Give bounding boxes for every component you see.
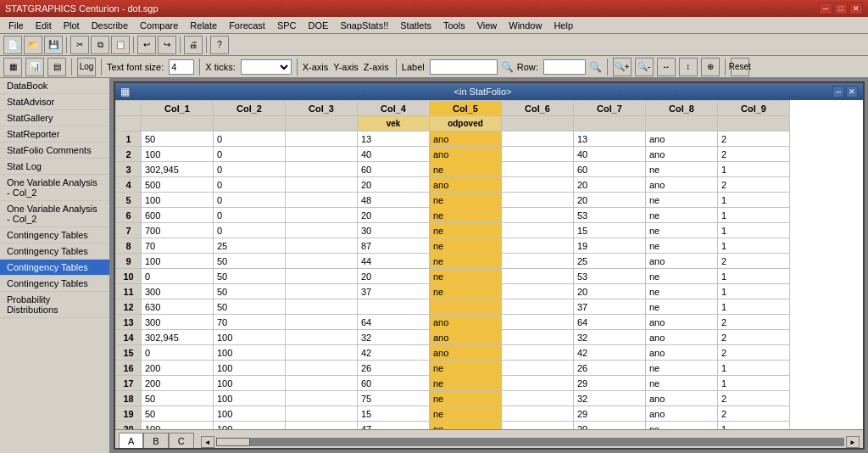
table-row: 3302,945060ne60ne1: [116, 162, 790, 177]
cut-button[interactable]: ✂: [70, 36, 89, 54]
cell-row10-col6: [502, 269, 574, 284]
h-scrollbar[interactable]: ◄ ►: [194, 436, 860, 448]
inner-window-title: <in StatFolio>: [133, 87, 832, 97]
cell-row13-col1: 300: [142, 315, 214, 330]
sep-t2-2: [101, 59, 102, 76]
cell-row18-col4: 75: [358, 391, 430, 406]
inner-minimize-btn[interactable]: ─: [832, 86, 844, 98]
cell-row5-col4: 48: [358, 193, 430, 208]
new-button[interactable]: 📄: [3, 36, 22, 54]
col-header-4: Col_4: [358, 101, 430, 116]
nav-ova-1[interactable]: One Variable Analysis - Col_2: [0, 175, 109, 201]
tab-a[interactable]: A: [119, 433, 143, 448]
cell-row20-col2: 100: [214, 422, 286, 430]
menu-doe[interactable]: DOE: [303, 19, 334, 32]
label-input[interactable]: [430, 59, 498, 75]
nav-contingency-1[interactable]: Contingency Tables: [0, 227, 109, 243]
grid-button[interactable]: ▦: [3, 58, 22, 76]
scroll-left-btn[interactable]: ◄: [201, 436, 214, 448]
sub-header-5: odpoved: [430, 116, 502, 131]
reset-btn[interactable]: Reset: [731, 58, 749, 76]
save-button[interactable]: 💾: [44, 36, 63, 54]
menu-compare[interactable]: Compare: [135, 19, 183, 32]
cell-row15-col7: 42: [574, 345, 646, 361]
menu-describe[interactable]: Describe: [86, 19, 133, 32]
cell-row14-col6: [502, 330, 574, 345]
cell-row18-col5: ne: [430, 391, 502, 406]
cell-row2-col2: 0: [214, 147, 286, 162]
cell-row18-col3: [286, 391, 358, 406]
x-ticks-select[interactable]: [241, 59, 292, 75]
maximize-button[interactable]: □: [834, 3, 848, 14]
nav-statfolio-comments[interactable]: StatFolio Comments: [0, 143, 109, 159]
print-button[interactable]: 🖨: [184, 36, 203, 54]
cell-row9-col6: [502, 254, 574, 269]
undo-button[interactable]: ↩: [137, 36, 156, 54]
nav-statlog[interactable]: Stat Log: [0, 159, 109, 175]
minimize-button[interactable]: ─: [819, 3, 832, 14]
zoom-out-btn[interactable]: 🔍-: [635, 58, 654, 76]
menu-relate[interactable]: Relate: [185, 19, 222, 32]
table-button[interactable]: ▤: [47, 58, 66, 76]
cell-row9-col4: 44: [358, 254, 430, 269]
chart-button[interactable]: 📊: [25, 58, 44, 76]
zoom-height-btn[interactable]: ↕: [679, 58, 698, 76]
inner-close-btn[interactable]: ✕: [846, 86, 858, 98]
menu-forecast[interactable]: Forecast: [224, 19, 270, 32]
menu-plot[interactable]: Plot: [58, 19, 85, 32]
zoom-fit-btn[interactable]: ⊕: [701, 58, 720, 76]
menu-spc[interactable]: SPC: [272, 19, 302, 32]
menu-help[interactable]: Help: [548, 19, 578, 32]
cell-row4-col7: 20: [574, 177, 646, 193]
data-grid[interactable]: Col_1 Col_2 Col_3 Col_4 Col_5 Col_6 Col_…: [115, 100, 863, 429]
sep-t2-3: [199, 59, 200, 76]
nav-ova-2[interactable]: One Variable Analysis - Col_2: [0, 201, 109, 227]
menu-snapstats[interactable]: SnapStats!!: [335, 19, 393, 32]
app-title: STATGRAPHICS Centurion - dot.sgp: [5, 3, 159, 14]
scroll-thumb[interactable]: [216, 438, 250, 446]
sub-row-header: [116, 116, 142, 131]
font-size-input[interactable]: [169, 59, 194, 75]
nav-statgallery[interactable]: StatGallery: [0, 110, 109, 126]
scroll-track[interactable]: [216, 438, 844, 446]
menu-view[interactable]: View: [472, 19, 503, 32]
log-button[interactable]: Log: [77, 58, 96, 76]
cell-row3-col2: 0: [214, 162, 286, 177]
cell-row14-col4: 32: [358, 330, 430, 345]
zoom-width-btn[interactable]: ↔: [657, 58, 676, 76]
open-button[interactable]: 📂: [24, 36, 42, 54]
menu-file[interactable]: File: [3, 19, 29, 32]
cell-row5-col7: 20: [574, 193, 646, 208]
cell-row12-col9: 1: [718, 299, 790, 315]
nav-statadvisor[interactable]: StatAdvisor: [0, 94, 109, 110]
table-row: 15010042ano42ano2: [116, 345, 790, 361]
tab-b[interactable]: B: [143, 433, 168, 448]
tab-c[interactable]: C: [169, 433, 194, 448]
table-row: 91005044ne25ano2: [116, 254, 790, 269]
cell-row6-col8: ne: [646, 208, 718, 223]
nav-contingency-4[interactable]: Contingency Tables: [0, 276, 109, 292]
nav-probability[interactable]: Probability Distributions: [0, 292, 109, 318]
cell-row7-col8: ne: [646, 223, 718, 238]
menu-statlets[interactable]: Statlets: [395, 19, 437, 32]
help-btn[interactable]: ?: [210, 36, 229, 54]
copy-button[interactable]: ⧉: [91, 36, 109, 54]
menu-window[interactable]: Window: [504, 19, 547, 32]
nav-contingency-2[interactable]: Contingency Tables: [0, 243, 109, 260]
menu-edit[interactable]: Edit: [31, 19, 57, 32]
cell-row1-col8: ano: [646, 131, 718, 147]
close-button[interactable]: ✕: [849, 3, 863, 14]
scroll-right-btn[interactable]: ►: [846, 436, 860, 448]
nav-databook[interactable]: DataBook: [0, 78, 109, 94]
zoom-in-btn[interactable]: 🔍+: [613, 58, 632, 76]
cell-row6-col4: 20: [358, 208, 430, 223]
nav-contingency-3[interactable]: Contingency Tables: [0, 260, 109, 276]
cell-row19-col9: 2: [718, 406, 790, 422]
data-table: Col_1 Col_2 Col_3 Col_4 Col_5 Col_6 Col_…: [115, 100, 790, 429]
paste-button[interactable]: 📋: [111, 36, 130, 54]
menu-tools[interactable]: Tools: [438, 19, 470, 32]
redo-button[interactable]: ↪: [158, 36, 176, 54]
nav-statreporter[interactable]: StatReporter: [0, 126, 109, 143]
row-input[interactable]: [543, 59, 586, 75]
cell-row6-col1: 600: [142, 208, 214, 223]
